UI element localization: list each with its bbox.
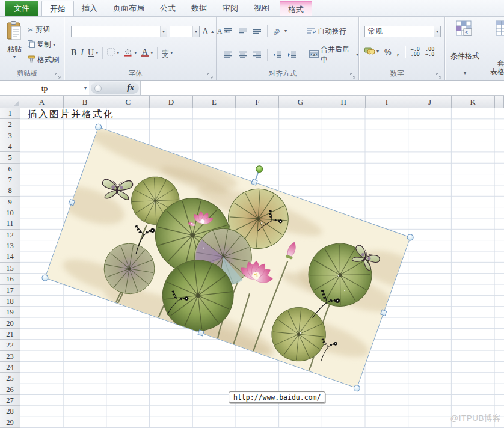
merge-center-button[interactable]: a 合并后居中 ▾: [309, 44, 358, 65]
tab-file[interactable]: 文件: [5, 1, 38, 16]
wrap-text-button[interactable]: 自动换行: [307, 26, 346, 37]
underline-button[interactable]: U▾: [88, 48, 98, 58]
copy-button[interactable]: 复制 ▾: [28, 37, 59, 52]
tab-review[interactable]: 审阅: [215, 1, 246, 16]
number-dialog-launcher[interactable]: [435, 71, 442, 78]
format-painter-button[interactable]: 格式刷: [28, 52, 59, 67]
orientation-button[interactable]: ab ▾: [273, 28, 287, 35]
column-header-G[interactable]: G: [279, 96, 322, 108]
row-header-12[interactable]: 12: [0, 230, 20, 240]
font-color-button[interactable]: A ▾: [141, 49, 153, 57]
row-header-28[interactable]: 28: [0, 406, 20, 417]
row-header-8[interactable]: 8: [0, 185, 20, 196]
fill-color-button[interactable]: ▾: [123, 47, 137, 58]
row-header-26[interactable]: 26: [0, 384, 20, 395]
borders-button[interactable]: ▾: [107, 48, 119, 58]
font-group-label: 字体: [64, 69, 206, 78]
align-bottom-button[interactable]: [253, 26, 262, 37]
phonetic-guide-button[interactable]: wén 文 ▾: [162, 49, 173, 57]
row-header-15[interactable]: 15: [0, 263, 20, 274]
grow-font-button[interactable]: A▲: [202, 26, 215, 37]
column-header-F[interactable]: F: [236, 96, 279, 108]
tab-home[interactable]: 开始: [41, 1, 74, 16]
row-header-3[interactable]: 3: [0, 130, 20, 141]
row-header-17[interactable]: 17: [0, 285, 20, 296]
row-header-29[interactable]: 29: [0, 417, 20, 428]
format-as-table-button[interactable]: 套用 表格格式: [485, 20, 504, 77]
column-header-I[interactable]: I: [366, 96, 409, 108]
italic-button[interactable]: I: [81, 48, 84, 58]
row-header-2[interactable]: 2: [0, 119, 20, 130]
font-size-combo[interactable]: ▾: [170, 26, 200, 37]
tab-format-picture-tools[interactable]: 格式: [280, 1, 312, 16]
name-box-caret[interactable]: ▾: [84, 86, 87, 91]
row-header-19[interactable]: 19: [0, 307, 20, 317]
row-header-16[interactable]: 16: [0, 274, 20, 284]
tab-view[interactable]: 视图: [246, 1, 277, 16]
row-header-6[interactable]: 6: [0, 164, 20, 174]
clipboard-dialog-launcher[interactable]: [55, 71, 61, 78]
column-header-B[interactable]: B: [64, 96, 107, 108]
accounting-format-button[interactable]: ▾: [364, 47, 379, 57]
row-header-4[interactable]: 4: [0, 141, 20, 152]
paste-dropdown-caret[interactable]: ▾: [4, 55, 25, 60]
conditional-formatting-button[interactable]: ≤ 条件格式 ▾: [447, 20, 482, 77]
row-header-24[interactable]: 24: [0, 362, 20, 373]
row-header-21[interactable]: 21: [0, 329, 20, 340]
row-header-27[interactable]: 27: [0, 395, 20, 406]
column-header-E[interactable]: E: [193, 96, 236, 108]
column-header-partial[interactable]: [495, 96, 504, 108]
row-header-23[interactable]: 23: [0, 351, 20, 362]
excel-window: { "tabs": { "file": "文件", "home": "开始", …: [0, 0, 504, 428]
percent-style-button[interactable]: %: [384, 47, 392, 57]
column-header-D[interactable]: D: [150, 96, 193, 108]
font-name-combo[interactable]: ▾: [71, 26, 167, 37]
tab-data[interactable]: 数据: [183, 1, 215, 16]
row-header-13[interactable]: 13: [0, 240, 20, 251]
comma-style-button[interactable]: ,: [397, 46, 399, 57]
tab-page-layout[interactable]: 页面布局: [105, 1, 152, 16]
number-format-combo[interactable]: 常规 ▾: [364, 26, 441, 37]
column-header-A[interactable]: A: [20, 96, 64, 108]
decrease-indent-button[interactable]: [273, 49, 282, 60]
row-header-22[interactable]: 22: [0, 340, 20, 350]
cut-button[interactable]: ✂ 剪切: [28, 22, 59, 37]
select-all-corner[interactable]: [0, 96, 20, 108]
row-header-11[interactable]: 11: [0, 218, 20, 229]
tab-insert[interactable]: 插入: [74, 1, 105, 16]
bold-button[interactable]: B: [71, 48, 76, 58]
paste-button[interactable]: 粘贴 ▾: [4, 21, 25, 60]
align-right-button[interactable]: [253, 49, 262, 60]
separator: [267, 49, 268, 61]
column-header-J[interactable]: J: [408, 96, 452, 108]
row-header-5[interactable]: 5: [0, 152, 20, 163]
row-header-1[interactable]: 1: [0, 108, 20, 119]
align-center-button[interactable]: [238, 49, 247, 60]
tab-formulas[interactable]: 公式: [152, 1, 183, 16]
column-header-K[interactable]: K: [452, 96, 495, 108]
merge-dropdown-caret[interactable]: ▾: [356, 52, 358, 57]
conditional-dropdown-caret[interactable]: ▾: [464, 71, 466, 76]
row-header-20[interactable]: 20: [0, 318, 20, 329]
insert-function-button[interactable]: fx: [127, 83, 134, 93]
row-header-9[interactable]: 9: [0, 197, 20, 207]
formula-input[interactable]: [140, 81, 504, 95]
font-dialog-launcher[interactable]: [207, 71, 214, 78]
increase-decimal-button[interactable]: ←.0 .00: [411, 47, 420, 57]
row-header-10[interactable]: 10: [0, 207, 20, 218]
name-box[interactable]: tp ▾: [0, 81, 89, 95]
row-header-25[interactable]: 25: [0, 373, 20, 384]
align-left-button[interactable]: [224, 49, 233, 60]
align-top-button[interactable]: [224, 26, 233, 37]
copy-dropdown-caret[interactable]: ▾: [53, 43, 55, 47]
increase-indent-button[interactable]: [287, 49, 297, 60]
decrease-decimal-button[interactable]: .00 →.0: [425, 47, 434, 57]
column-header-H[interactable]: H: [322, 96, 366, 108]
row-header-7[interactable]: 7: [0, 174, 20, 185]
row-header-14[interactable]: 14: [0, 251, 20, 262]
alignment-dialog-launcher[interactable]: [349, 71, 356, 78]
align-middle-button[interactable]: [238, 26, 247, 37]
row-header-18[interactable]: 18: [0, 296, 20, 307]
column-header-C[interactable]: C: [106, 96, 150, 108]
formula-bar-controls: fx: [91, 82, 139, 94]
